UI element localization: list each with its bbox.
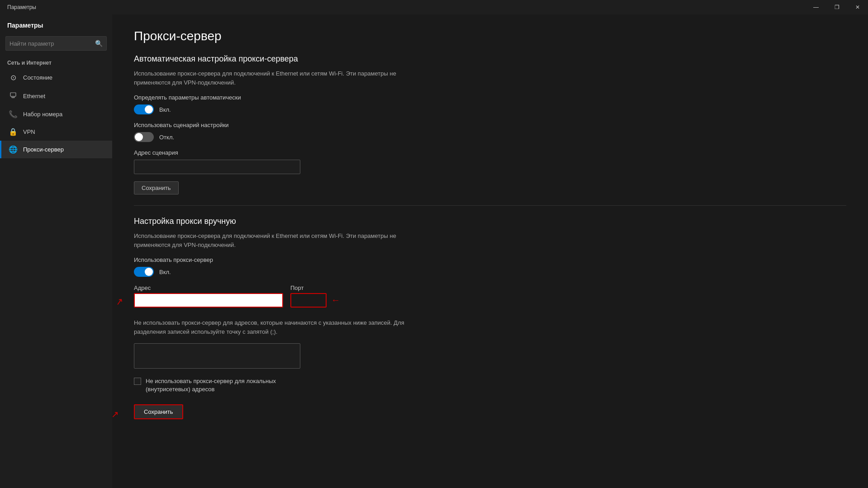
auto-section-title: Автоматическая настройка прокси-сервера [134,54,846,64]
use-proxy-toggle-label: Вкл. [159,269,171,275]
auto-detect-toggle[interactable] [134,104,154,114]
auto-detect-label: Определять параметры автоматически [134,94,846,101]
svg-rect-0 [10,93,16,96]
addr-port-container: Адрес Порт ← ↗ [134,284,327,315]
sidebar-item-vpn[interactable]: 🔒 VPN [0,123,112,141]
main-content: Прокси-сервер Автоматическая настройка п… [112,14,868,488]
script-address-label: Адрес сценария [134,149,846,156]
save-arrow-icon: ↗ [112,409,119,420]
page-title: Прокси-сервер [134,29,846,43]
script-toggle-thumb [135,133,143,141]
exclude-description: Не использовать прокси-сервер для адресо… [134,318,405,336]
address-label: Адрес [134,284,283,291]
search-box[interactable]: 🔍 [5,36,107,51]
exclude-textarea[interactable] [134,343,300,369]
script-toggle-label: Откл. [159,134,174,141]
app-title: Параметры [7,4,36,10]
use-proxy-toggle-thumb [145,268,153,276]
save-btn-wrapper: Сохранить ↗ [134,404,183,419]
dialup-icon: 📞 [9,110,18,118]
port-wrapper: ← [290,293,327,308]
no-local-proxy-checkbox[interactable] [134,378,141,385]
no-local-proxy-label: Не использовать прокси-сервер для локаль… [146,377,299,393]
section-divider [134,205,846,206]
close-button[interactable]: ✕ [847,0,868,14]
sidebar-item-label-proxy: Прокси-сервер [23,146,64,153]
port-field-group: Порт ← [290,284,327,308]
search-input[interactable] [9,40,95,47]
maximize-button[interactable]: ❐ [826,0,847,14]
sidebar-item-ethernet[interactable]: Ethernet [0,86,112,105]
sidebar-section-label: Сеть и Интернет [0,54,112,69]
use-proxy-label: Использовать прокси-сервер [134,256,846,263]
port-input[interactable] [290,293,327,308]
manual-section-description: Использование прокси-сервера для подключ… [134,232,405,249]
sidebar-item-label-dialup: Набор номера [23,111,62,118]
script-address-wrapper [134,160,846,174]
minimize-button[interactable]: — [806,0,826,14]
port-arrow-icon: ← [331,295,340,305]
ethernet-icon [9,91,18,101]
window-controls: — ❐ ✕ [806,0,868,14]
sidebar-item-label-vpn: VPN [23,128,35,135]
app-container: Параметры 🔍 Сеть и Интернет ⊙ Состояние … [0,14,868,488]
manual-section-title: Настройка прокси вручную [134,217,846,226]
auto-detect-toggle-thumb [145,105,153,114]
script-toggle[interactable] [134,132,154,142]
sidebar-item-label-ethernet: Ethernet [23,93,45,99]
script-toggle-row: Откл. [134,132,846,142]
sidebar-item-dialup[interactable]: 📞 Набор номера [0,105,112,123]
use-proxy-toggle[interactable] [134,267,154,277]
title-bar: Параметры — ❐ ✕ [0,0,868,14]
search-icon: 🔍 [95,40,103,47]
save-button-1[interactable]: Сохранить [134,181,179,194]
vpn-icon: 🔒 [9,128,18,136]
address-field-group: Адрес [134,284,283,308]
address-input[interactable] [134,293,283,308]
proxy-icon: 🌐 [9,145,18,154]
port-label: Порт [290,284,327,291]
status-icon: ⊙ [9,73,18,82]
auto-detect-toggle-label: Вкл. [159,106,171,113]
script-label: Использовать сценарий настройки [134,122,846,128]
sidebar: Параметры 🔍 Сеть и Интернет ⊙ Состояние … [0,14,112,488]
use-proxy-toggle-row: Вкл. [134,267,846,277]
sidebar-app-title: Параметры [0,14,112,33]
sidebar-item-label-status: Состояние [23,74,52,81]
auto-detect-toggle-row: Вкл. [134,104,846,114]
sidebar-item-status[interactable]: ⊙ Состояние [0,69,112,86]
save-button-2[interactable]: Сохранить [134,404,183,419]
exclude-textarea-wrapper [134,343,846,370]
script-address-input[interactable] [134,160,300,174]
no-local-proxy-row: Не использовать прокси-сервер для локаль… [134,377,846,393]
addr-arrow-icon: ↗ [115,296,124,308]
auto-section-description: Использование прокси-сервера для подключ… [134,69,405,87]
addr-port-row: Адрес Порт ← [134,284,327,308]
sidebar-item-proxy[interactable]: 🌐 Прокси-сервер [0,141,112,158]
